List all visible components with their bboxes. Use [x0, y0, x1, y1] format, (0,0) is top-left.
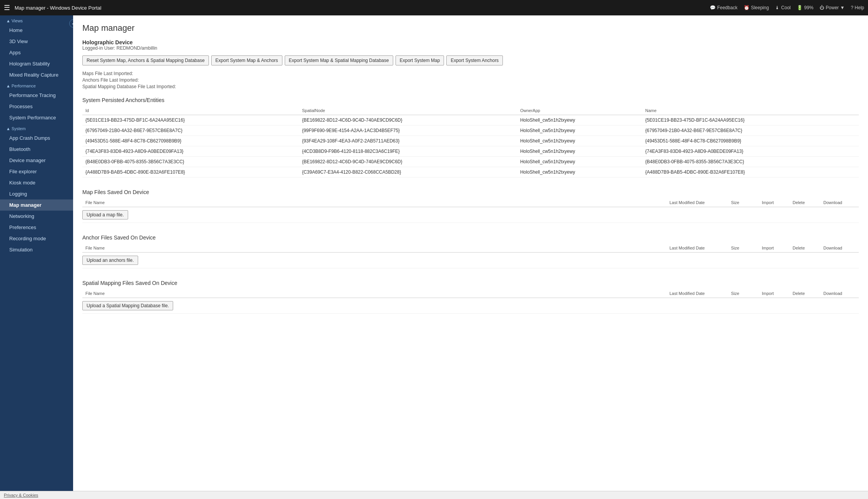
- map-col-size: Size: [728, 198, 759, 207]
- sleeping-icon: ⏰: [744, 5, 749, 10]
- sidebar-item-preferences[interactable]: Preferences: [0, 222, 73, 233]
- map-upload-row: Upload a map file.: [82, 207, 859, 223]
- sidebar-item-logging[interactable]: Logging: [0, 188, 73, 199]
- sidebar-item-processes[interactable]: Processes: [0, 101, 73, 112]
- page-tab-title: Map manager - Windows Device Portal: [15, 5, 710, 11]
- topbar-actions: 💬 Feedback ⏰ Sleeping 🌡 Cool 🔋 99% ⏻ Pow…: [710, 5, 864, 10]
- anchors-section-title: System Persisted Anchors/Entities: [82, 97, 859, 103]
- main-layout: ◀ ▲ Views Home 3D View Apps Hologram Sta…: [0, 15, 868, 491]
- sidebar-item-networking[interactable]: Networking: [0, 211, 73, 222]
- export-map-anchors-button[interactable]: Export System Map & Anchors: [211, 55, 282, 65]
- anchor-files-section-title: Anchor Files Saved On Device: [82, 234, 859, 241]
- device-info: Holographic Device Logged-in User: REDMO…: [82, 39, 859, 51]
- feedback-button[interactable]: 💬 Feedback: [710, 5, 738, 10]
- anchor-col-import: Import: [759, 244, 790, 253]
- reset-system-map-button[interactable]: Reset System Map, Anchors & Spatial Mapp…: [82, 55, 209, 65]
- sidebar-item-hologram-stability[interactable]: Hologram Stability: [0, 58, 73, 69]
- map-col-delete: Delete: [790, 198, 820, 207]
- spatial-upload-row: Upload a Spatial Mapping Database file.: [82, 298, 859, 314]
- anchor-col-size: Size: [728, 244, 759, 253]
- anchor-col-filename: File Name: [82, 244, 666, 253]
- map-files-section-title: Map Files Saved On Device: [82, 189, 859, 195]
- spatial-col-size: Size: [728, 289, 759, 298]
- table-row: {A488D7B9-BAB5-4DBC-890E-B32A6FE107E8}{C…: [82, 167, 859, 177]
- privacy-bar: Privacy & Cookies: [0, 491, 868, 499]
- topbar: ☰ Map manager - Windows Device Portal 💬 …: [0, 0, 868, 15]
- anchor-col-delete: Delete: [790, 244, 820, 253]
- spatial-col-delete: Delete: [790, 289, 820, 298]
- device-name: Holographic Device: [82, 39, 859, 45]
- sidebar-item-bluetooth[interactable]: Bluetooth: [0, 144, 73, 155]
- sidebar-item-simulation[interactable]: Simulation: [0, 244, 73, 255]
- battery-icon: 🔋: [797, 5, 803, 10]
- sidebar-item-file-explorer[interactable]: File explorer: [0, 166, 73, 177]
- anchors-col-ownerapp: OwnerApp: [517, 106, 642, 115]
- table-row: {5E01CE19-BB23-475D-BF1C-6A24AA95EC16}{B…: [82, 115, 859, 126]
- map-col-import: Import: [759, 198, 790, 207]
- sidebar-item-home[interactable]: Home: [0, 25, 73, 36]
- anchors-col-spatialnode: SpatialNode: [299, 106, 517, 115]
- cool-status: 🌡 Cool: [775, 5, 791, 10]
- sidebar-item-app-crash-dumps[interactable]: App Crash Dumps: [0, 132, 73, 144]
- sidebar-item-apps[interactable]: Apps: [0, 47, 73, 58]
- action-buttons-row: Reset System Map, Anchors & Spatial Mapp…: [82, 55, 859, 65]
- spatial-files-table: File Name Last Modified Date Size Import…: [82, 289, 859, 314]
- anchor-col-modified: Last Modified Date: [666, 244, 728, 253]
- sidebar-item-kiosk-mode[interactable]: Kiosk mode: [0, 177, 73, 188]
- export-system-map-button[interactable]: Export System Map: [396, 55, 444, 65]
- battery-status: 🔋 99%: [797, 5, 813, 10]
- sidebar-section-system[interactable]: ▲ System: [0, 123, 73, 132]
- table-row: {B48E0DB3-0FBB-4075-8355-3B56C7A3E3CC}{B…: [82, 157, 859, 167]
- menu-icon[interactable]: ☰: [4, 3, 10, 12]
- sidebar: ◀ ▲ Views Home 3D View Apps Hologram Sta…: [0, 15, 73, 491]
- spatial-col-import: Import: [759, 289, 790, 298]
- sidebar-item-performance-tracing[interactable]: Performance Tracing: [0, 90, 73, 101]
- anchors-file-imported: Anchors File Last Imported:: [82, 77, 859, 83]
- anchor-col-download: Download: [820, 244, 859, 253]
- sidebar-item-mixed-reality-capture[interactable]: Mixed Reality Capture: [0, 69, 73, 80]
- anchors-col-id: Id: [82, 106, 299, 115]
- map-col-modified: Last Modified Date: [666, 198, 728, 207]
- spatial-col-download: Download: [820, 289, 859, 298]
- spatial-col-modified: Last Modified Date: [666, 289, 728, 298]
- sidebar-item-3dview[interactable]: 3D View: [0, 36, 73, 47]
- power-icon: ⏻: [820, 5, 824, 10]
- sidebar-item-device-manager[interactable]: Device manager: [0, 155, 73, 166]
- upload-map-button[interactable]: Upload a map file.: [82, 210, 128, 219]
- power-button[interactable]: ⏻ Power ▼: [820, 5, 845, 10]
- sidebar-section-views[interactable]: ▲ Views: [0, 15, 73, 25]
- sidebar-section-performance[interactable]: ▲ Performance: [0, 80, 73, 90]
- cool-icon: 🌡: [775, 5, 780, 10]
- maps-file-imported: Maps File Last Imported:: [82, 71, 859, 76]
- map-col-filename: File Name: [82, 198, 666, 207]
- sidebar-item-system-performance[interactable]: System Performance: [0, 112, 73, 123]
- sleeping-status: ⏰ Sleeping: [744, 5, 769, 10]
- table-row: {74EA3F83-83D8-4923-A8D9-A0BEDE09FA13}{4…: [82, 146, 859, 157]
- logged-in-user: Logged-in User: REDMOND/ambillin: [82, 45, 859, 51]
- export-map-spatial-button[interactable]: Export System Map & Spatial Mapping Data…: [285, 55, 393, 65]
- anchor-files-table: File Name Last Modified Date Size Import…: [82, 244, 859, 268]
- privacy-link[interactable]: Privacy & Cookies: [4, 493, 38, 497]
- help-button[interactable]: ? Help: [851, 5, 864, 10]
- page-title: Map manager: [82, 23, 859, 33]
- sidebar-item-recording-mode[interactable]: Recording mode: [0, 233, 73, 244]
- anchors-col-name: Name: [642, 106, 859, 115]
- spatial-col-filename: File Name: [82, 289, 666, 298]
- export-system-anchors-button[interactable]: Export System Anchors: [446, 55, 503, 65]
- content-area: Map manager Holographic Device Logged-in…: [73, 15, 868, 491]
- anchor-upload-row: Upload an anchors file.: [82, 253, 859, 268]
- spatial-files-section-title: Spatial Mapping Files Saved On Device: [82, 280, 859, 286]
- upload-spatial-button[interactable]: Upload a Spatial Mapping Database file.: [82, 301, 173, 310]
- sidebar-item-map-manager[interactable]: Map manager: [0, 199, 73, 211]
- map-files-table: File Name Last Modified Date Size Import…: [82, 198, 859, 223]
- import-info-lines: Maps File Last Imported: Anchors File La…: [82, 71, 859, 89]
- anchors-table: Id SpatialNode OwnerApp Name {5E01CE19-B…: [82, 106, 859, 177]
- upload-anchors-button[interactable]: Upload an anchors file.: [82, 256, 138, 265]
- map-col-download: Download: [820, 198, 859, 207]
- spatial-file-imported: Spatial Mapping Database File Last Impor…: [82, 84, 859, 89]
- table-row: {67957049-21B0-4A32-B6E7-9E57CB6E8A7C}{9…: [82, 126, 859, 136]
- table-row: {49453D51-588E-48F4-8C78-CB627098B9B9}{9…: [82, 136, 859, 146]
- feedback-icon: 💬: [710, 5, 716, 10]
